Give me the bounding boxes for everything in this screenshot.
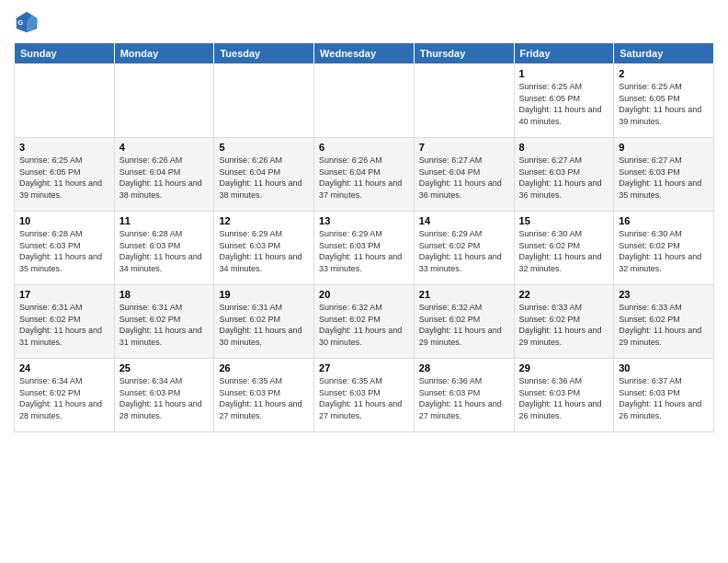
day-number: 12 [219,215,309,226]
day-cell: 21Sunrise: 6:32 AM Sunset: 6:02 PM Dayli… [414,285,514,359]
day-info: Sunrise: 6:33 AM Sunset: 6:02 PM Dayligh… [619,302,709,348]
day-number: 30 [619,362,709,373]
week-row-2: 10Sunrise: 6:28 AM Sunset: 6:03 PM Dayli… [15,212,714,285]
day-info: Sunrise: 6:34 AM Sunset: 6:02 PM Dayligh… [19,375,109,421]
day-number: 17 [19,289,109,300]
day-number: 20 [319,289,409,300]
day-number: 15 [519,215,609,226]
day-cell: 29Sunrise: 6:36 AM Sunset: 6:03 PM Dayli… [514,359,614,432]
day-cell [114,64,214,138]
day-number: 2 [619,68,709,79]
day-cell: 23Sunrise: 6:33 AM Sunset: 6:02 PM Dayli… [614,285,714,359]
day-number: 26 [219,362,309,373]
week-row-0: 1Sunrise: 6:25 AM Sunset: 6:05 PM Daylig… [15,64,714,138]
day-number: 11 [119,215,210,226]
header-sunday: Sunday [15,43,115,64]
day-info: Sunrise: 6:26 AM Sunset: 6:04 PM Dayligh… [119,155,210,201]
header-thursday: Thursday [414,43,514,64]
day-cell [414,64,514,138]
day-info: Sunrise: 6:29 AM Sunset: 6:03 PM Dayligh… [319,228,409,274]
day-cell: 3Sunrise: 6:25 AM Sunset: 6:05 PM Daylig… [15,138,115,212]
logo: G [14,9,43,35]
day-cell: 26Sunrise: 6:35 AM Sunset: 6:03 PM Dayli… [214,359,314,432]
logo-icon: G [14,9,40,35]
day-info: Sunrise: 6:31 AM Sunset: 6:02 PM Dayligh… [219,302,309,348]
day-number: 28 [419,362,509,373]
day-cell: 15Sunrise: 6:30 AM Sunset: 6:02 PM Dayli… [514,212,614,285]
day-info: Sunrise: 6:33 AM Sunset: 6:02 PM Dayligh… [519,302,609,348]
day-info: Sunrise: 6:27 AM Sunset: 6:03 PM Dayligh… [619,155,709,201]
calendar-header: SundayMondayTuesdayWednesdayThursdayFrid… [15,43,714,64]
header: G [14,9,714,35]
day-info: Sunrise: 6:34 AM Sunset: 6:03 PM Dayligh… [119,375,210,421]
day-number: 25 [119,362,210,373]
day-info: Sunrise: 6:31 AM Sunset: 6:02 PM Dayligh… [119,302,210,348]
week-row-4: 24Sunrise: 6:34 AM Sunset: 6:02 PM Dayli… [15,359,714,432]
week-row-1: 3Sunrise: 6:25 AM Sunset: 6:05 PM Daylig… [15,138,714,212]
day-cell: 9Sunrise: 6:27 AM Sunset: 6:03 PM Daylig… [614,138,714,212]
day-cell: 25Sunrise: 6:34 AM Sunset: 6:03 PM Dayli… [114,359,214,432]
day-cell: 22Sunrise: 6:33 AM Sunset: 6:02 PM Dayli… [514,285,614,359]
day-number: 24 [19,362,109,373]
day-number: 22 [519,289,609,300]
day-number: 21 [419,289,509,300]
calendar-body: 1Sunrise: 6:25 AM Sunset: 6:05 PM Daylig… [15,64,714,432]
day-number: 6 [319,142,409,153]
day-cell: 1Sunrise: 6:25 AM Sunset: 6:05 PM Daylig… [514,64,614,138]
day-number: 1 [519,68,609,79]
day-cell: 13Sunrise: 6:29 AM Sunset: 6:03 PM Dayli… [314,212,415,285]
day-info: Sunrise: 6:36 AM Sunset: 6:03 PM Dayligh… [419,375,509,421]
day-number: 18 [119,289,210,300]
day-cell: 12Sunrise: 6:29 AM Sunset: 6:03 PM Dayli… [214,212,314,285]
day-cell: 10Sunrise: 6:28 AM Sunset: 6:03 PM Dayli… [15,212,115,285]
day-info: Sunrise: 6:35 AM Sunset: 6:03 PM Dayligh… [319,375,409,421]
day-cell: 20Sunrise: 6:32 AM Sunset: 6:02 PM Dayli… [314,285,415,359]
day-cell: 24Sunrise: 6:34 AM Sunset: 6:02 PM Dayli… [15,359,115,432]
day-number: 9 [619,142,709,153]
page: G SundayMondayTuesdayWednesdayThursdayFr… [0,0,728,563]
week-row-3: 17Sunrise: 6:31 AM Sunset: 6:02 PM Dayli… [15,285,714,359]
day-info: Sunrise: 6:27 AM Sunset: 6:03 PM Dayligh… [519,155,609,201]
day-cell: 17Sunrise: 6:31 AM Sunset: 6:02 PM Dayli… [15,285,115,359]
day-number: 10 [19,215,109,226]
day-cell: 4Sunrise: 6:26 AM Sunset: 6:04 PM Daylig… [114,138,214,212]
day-info: Sunrise: 6:29 AM Sunset: 6:02 PM Dayligh… [419,228,509,274]
day-cell: 5Sunrise: 6:26 AM Sunset: 6:04 PM Daylig… [214,138,314,212]
day-info: Sunrise: 6:25 AM Sunset: 6:05 PM Dayligh… [19,155,109,201]
day-number: 13 [319,215,409,226]
day-number: 27 [319,362,409,373]
day-number: 14 [419,215,509,226]
day-cell: 14Sunrise: 6:29 AM Sunset: 6:02 PM Dayli… [414,212,514,285]
day-number: 29 [519,362,609,373]
day-info: Sunrise: 6:28 AM Sunset: 6:03 PM Dayligh… [119,228,210,274]
day-cell: 11Sunrise: 6:28 AM Sunset: 6:03 PM Dayli… [114,212,214,285]
day-cell: 8Sunrise: 6:27 AM Sunset: 6:03 PM Daylig… [514,138,614,212]
header-friday: Friday [514,43,614,64]
day-info: Sunrise: 6:31 AM Sunset: 6:02 PM Dayligh… [19,302,109,348]
day-cell [15,64,115,138]
header-row: SundayMondayTuesdayWednesdayThursdayFrid… [15,43,714,64]
day-info: Sunrise: 6:37 AM Sunset: 6:03 PM Dayligh… [619,375,709,421]
day-info: Sunrise: 6:30 AM Sunset: 6:02 PM Dayligh… [619,228,709,274]
day-cell [214,64,314,138]
header-monday: Monday [114,43,214,64]
day-info: Sunrise: 6:32 AM Sunset: 6:02 PM Dayligh… [419,302,509,348]
day-cell: 7Sunrise: 6:27 AM Sunset: 6:04 PM Daylig… [414,138,514,212]
day-number: 4 [119,142,210,153]
day-cell [314,64,415,138]
day-number: 16 [619,215,709,226]
day-number: 23 [619,289,709,300]
day-info: Sunrise: 6:29 AM Sunset: 6:03 PM Dayligh… [219,228,309,274]
day-info: Sunrise: 6:28 AM Sunset: 6:03 PM Dayligh… [19,228,109,274]
svg-text:G: G [17,18,23,27]
day-cell: 18Sunrise: 6:31 AM Sunset: 6:02 PM Dayli… [114,285,214,359]
header-saturday: Saturday [614,43,714,64]
day-number: 19 [219,289,309,300]
day-info: Sunrise: 6:27 AM Sunset: 6:04 PM Dayligh… [419,155,509,201]
day-info: Sunrise: 6:30 AM Sunset: 6:02 PM Dayligh… [519,228,609,274]
day-info: Sunrise: 6:26 AM Sunset: 6:04 PM Dayligh… [219,155,309,201]
day-info: Sunrise: 6:26 AM Sunset: 6:04 PM Dayligh… [319,155,409,201]
day-cell: 27Sunrise: 6:35 AM Sunset: 6:03 PM Dayli… [314,359,415,432]
day-number: 3 [19,142,109,153]
day-cell: 6Sunrise: 6:26 AM Sunset: 6:04 PM Daylig… [314,138,415,212]
